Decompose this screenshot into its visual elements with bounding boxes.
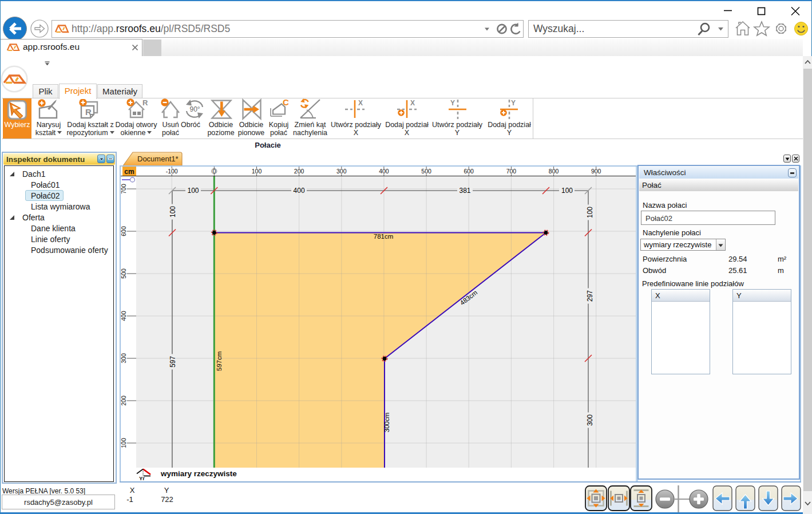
svg-text:300cm: 300cm <box>383 413 390 433</box>
svg-text:R: R <box>85 107 92 117</box>
svg-text:Y: Y <box>511 99 516 107</box>
svg-text:800: 800 <box>549 168 559 175</box>
svg-text:C: C <box>283 98 289 107</box>
svg-text:-100: -100 <box>166 168 178 175</box>
svg-text:700: 700 <box>121 184 127 194</box>
svg-text:R: R <box>142 98 148 107</box>
svg-text:600: 600 <box>121 226 127 236</box>
svg-text:900: 900 <box>591 168 601 175</box>
svg-text:781cm: 781cm <box>374 233 394 240</box>
svg-text:Yr: Yr <box>139 475 145 481</box>
svg-text:wymiary rzeczywiste: wymiary rzeczywiste <box>160 469 237 478</box>
svg-text:X: X <box>410 99 415 107</box>
svg-text:Y: Y <box>450 99 455 107</box>
svg-text:400: 400 <box>121 311 127 321</box>
svg-text:400: 400 <box>379 168 389 175</box>
svg-text:300: 300 <box>336 168 347 175</box>
svg-text:X: X <box>358 99 363 107</box>
svg-text:cm: cm <box>124 168 134 176</box>
svg-text:400: 400 <box>294 187 305 195</box>
svg-text:597: 597 <box>169 356 177 367</box>
svg-text:597cm: 597cm <box>216 351 223 371</box>
svg-text:100: 100 <box>187 187 199 195</box>
svg-text:100: 100 <box>252 168 262 175</box>
svg-text:297: 297 <box>586 290 594 302</box>
svg-text:200: 200 <box>294 168 304 175</box>
svg-text:200: 200 <box>121 396 127 406</box>
svg-text:700: 700 <box>506 168 517 175</box>
svg-text:300: 300 <box>121 353 127 363</box>
svg-text:100: 100 <box>169 206 177 218</box>
svg-text:Document1*: Document1* <box>137 155 179 163</box>
svg-text:500: 500 <box>121 268 127 279</box>
svg-text:300: 300 <box>586 414 594 426</box>
svg-text:500: 500 <box>421 168 431 175</box>
svg-text:90°: 90° <box>190 105 200 113</box>
svg-text:381: 381 <box>459 187 470 195</box>
svg-text:600: 600 <box>464 168 474 175</box>
svg-text:100: 100 <box>586 207 594 218</box>
svg-text:100: 100 <box>561 187 573 195</box>
svg-text:100: 100 <box>121 438 127 448</box>
